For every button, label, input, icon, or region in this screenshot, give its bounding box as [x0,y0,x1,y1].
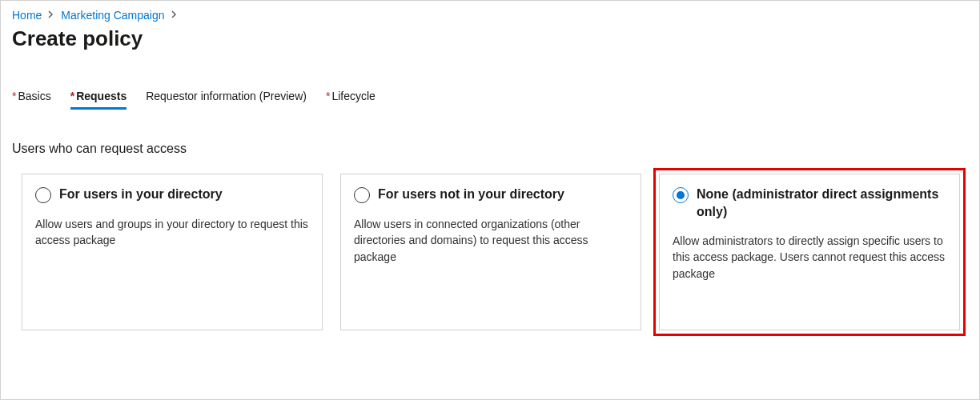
tabs: *Basics *Requests Requestor information … [12,90,968,110]
radio-icon-selected [673,187,689,203]
option-users-in-directory[interactable]: For users in your directory Allow users … [22,174,323,330]
option-title: For users not in your directory [378,186,564,203]
option-cards: For users in your directory Allow users … [12,174,968,330]
chevron-right-icon [48,10,54,21]
tab-requestor-info[interactable]: Requestor information (Preview) [146,90,307,110]
tab-lifecycle[interactable]: *Lifecycle [326,90,376,110]
option-title: For users in your directory [59,186,223,203]
option-description: Allow users in connected organizations (… [354,216,628,265]
option-description: Allow users and groups in your directory… [35,216,309,249]
required-asterisk: * [70,90,74,102]
breadcrumb-home[interactable]: Home [12,9,42,22]
option-description: Allow administrators to directly assign … [673,233,946,282]
option-users-not-in-directory[interactable]: For users not in your directory Allow us… [340,174,641,330]
chevron-right-icon [171,10,178,21]
radio-icon [35,187,51,203]
page-title: Create policy [12,26,968,51]
option-none-admin-only[interactable]: None (administrator direct assignments o… [659,174,960,330]
breadcrumb-campaign[interactable]: Marketing Campaign [61,9,164,22]
required-asterisk: * [326,90,330,102]
tab-requests[interactable]: *Requests [70,90,127,110]
option-title: None (administrator direct assignments o… [697,186,946,220]
breadcrumb: Home Marketing Campaign [12,9,968,22]
tab-basics[interactable]: *Basics [12,90,51,110]
required-asterisk: * [12,90,16,102]
radio-icon [354,187,370,203]
section-heading: Users who can request access [12,142,968,156]
